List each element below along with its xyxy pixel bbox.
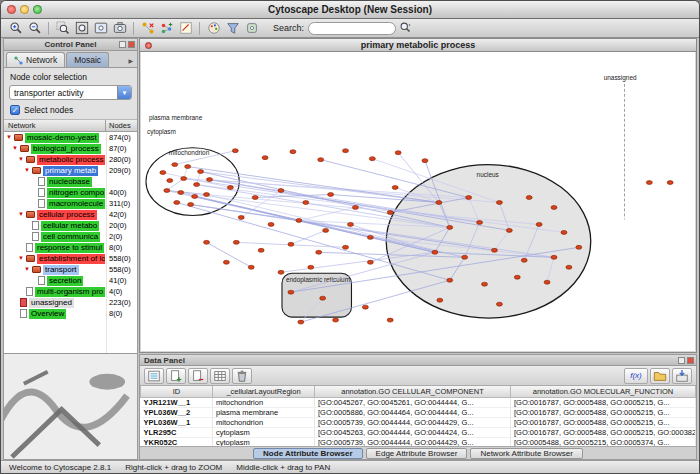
tree-item[interactable]: ▼establishment of lo558(0) — [4, 253, 137, 264]
network-node[interactable] — [185, 165, 191, 169]
network-node[interactable] — [387, 318, 393, 322]
expand-arrow-icon[interactable]: ▼ — [24, 165, 32, 176]
network-node[interactable] — [296, 218, 302, 222]
network-node[interactable] — [268, 222, 274, 226]
tree-column-network[interactable]: Network — [4, 120, 106, 131]
network-node[interactable] — [290, 150, 296, 154]
open-folder-button[interactable] — [650, 368, 670, 384]
network-node[interactable] — [252, 196, 258, 200]
column-header[interactable]: ID — [141, 386, 213, 397]
delete-attribute-button[interactable] — [188, 368, 208, 384]
table-cell[interactable]: YJR121W__1 — [141, 397, 213, 407]
network-node[interactable] — [178, 191, 184, 195]
trash-button[interactable] — [232, 368, 252, 384]
network-node[interactable] — [198, 170, 204, 174]
select-attributes-button[interactable] — [144, 368, 164, 384]
network-node[interactable] — [227, 186, 233, 190]
table-cell[interactable]: YKR052C — [141, 437, 213, 446]
table-row[interactable]: YLR295Ccytoplasm[GO:0045263, GO:0044444,… — [141, 427, 696, 437]
network-node[interactable] — [238, 215, 244, 219]
snapshot-button[interactable] — [110, 20, 129, 37]
network-node[interactable] — [362, 305, 368, 309]
minimize-button[interactable] — [20, 5, 29, 14]
table-row[interactable]: YPL036W__1mitochondrion[GO:0005739, GO:0… — [141, 417, 696, 427]
table-cell[interactable]: plasma membrane — [213, 407, 315, 417]
network-node[interactable] — [514, 275, 520, 279]
expand-arrow-icon[interactable]: ▼ — [12, 143, 20, 154]
network-node[interactable] — [536, 222, 542, 226]
hide-selected-button[interactable] — [138, 20, 157, 37]
frame-close-button[interactable] — [145, 42, 152, 49]
tree-item[interactable]: multi-organism pro4(0) — [4, 286, 137, 297]
network-node[interactable] — [436, 201, 442, 205]
expand-arrow-icon[interactable]: ▼ — [24, 264, 32, 275]
table-cell[interactable]: cytoplasm — [213, 427, 315, 437]
maximize-button[interactable] — [33, 5, 42, 14]
table-cell[interactable]: YPL036W__1 — [141, 417, 213, 427]
table-cell[interactable]: mitochondrion — [213, 417, 315, 427]
network-node[interactable] — [232, 149, 238, 153]
network-node[interactable] — [258, 248, 264, 252]
tab-node-attribute-browser[interactable]: Node Attribute Browser — [253, 448, 363, 459]
network-node[interactable] — [367, 235, 373, 239]
network-node[interactable] — [303, 201, 309, 205]
tab-edge-attribute-browser[interactable]: Edge Attribute Browser — [366, 448, 468, 459]
network-node[interactable] — [278, 189, 284, 193]
network-node[interactable] — [369, 157, 375, 161]
network-node[interactable] — [348, 222, 354, 226]
network-node[interactable] — [318, 158, 324, 162]
network-canvas[interactable]: plasma membrane cytoplasm mitochondrion … — [141, 52, 695, 351]
network-node[interactable] — [496, 302, 502, 306]
tree-item[interactable]: nitrogen compo40(0) — [4, 187, 137, 198]
network-node[interactable] — [367, 260, 373, 264]
network-node[interactable] — [496, 201, 502, 205]
network-node[interactable] — [447, 225, 453, 229]
tree-item[interactable]: cellular metabo20(0) — [4, 220, 137, 231]
zoom-in-button[interactable] — [6, 20, 25, 37]
network-edge[interactable] — [291, 230, 326, 244]
annotation-button[interactable] — [176, 20, 195, 37]
close-panel-icon[interactable] — [128, 41, 135, 48]
tree-item[interactable]: ▼biological_process87(0) — [4, 143, 137, 154]
network-node[interactable] — [333, 318, 339, 322]
network-node[interactable] — [328, 193, 334, 197]
network-node[interactable] — [521, 258, 527, 262]
network-node[interactable] — [561, 230, 567, 234]
tab-scroll-right-icon[interactable]: ▶ — [128, 57, 137, 67]
window-titlebar[interactable]: Cytoscape Desktop (New Session) — [1, 1, 699, 19]
network-node[interactable] — [477, 220, 483, 224]
table-cell[interactable]: YLR295C — [141, 427, 213, 437]
table-cell[interactable]: [GO:0016787, GO:0005488, GO:0005215, GO:… — [511, 427, 696, 437]
network-node[interactable] — [667, 181, 673, 185]
close-panel-icon[interactable] — [687, 357, 694, 364]
network-node[interactable] — [343, 149, 349, 153]
column-header[interactable]: annotation.GO CELLULAR_COMPONENT — [315, 386, 511, 397]
zoom-out-button[interactable] — [25, 20, 44, 37]
tree-column-nodes[interactable]: Nodes — [106, 120, 137, 131]
formula-builder-button[interactable]: f(x) — [624, 368, 648, 384]
network-node[interactable] — [387, 210, 393, 214]
table-cell[interactable]: YPL036W__2 — [141, 407, 213, 417]
float-panel-icon[interactable] — [678, 357, 685, 364]
network-node[interactable] — [466, 196, 472, 200]
network-edge[interactable] — [241, 191, 281, 218]
column-header[interactable]: annotation.GO MOLECULAR_FUNCTION — [511, 386, 696, 397]
network-node[interactable] — [223, 260, 229, 264]
tab-network-attribute-browser[interactable]: Network Attribute Browser — [470, 448, 582, 459]
column-header[interactable]: _cellularLayoutRegion — [213, 386, 315, 397]
table-cell[interactable]: [GO:0005488, GO:0005215, GO:0005374, G..… — [511, 437, 696, 446]
overview-thumbnail[interactable] — [4, 353, 137, 459]
table-cell[interactable]: [GO:0005739, GO:0044444, GO:0044429, G..… — [315, 417, 511, 427]
network-node[interactable] — [308, 265, 314, 269]
expand-arrow-icon[interactable]: ▼ — [6, 132, 14, 143]
network-node[interactable] — [482, 282, 488, 286]
tree-item[interactable]: ▼metabolic process280(0) — [4, 154, 137, 165]
network-node[interactable] — [288, 242, 294, 246]
tree-item[interactable]: response to stimul8(0) — [4, 242, 137, 253]
float-panel-icon[interactable] — [119, 41, 126, 48]
network-node[interactable] — [432, 250, 438, 254]
table-cell[interactable]: [GO:0005739, GO:0044444, GO:0044429, G..… — [315, 437, 511, 446]
network-node[interactable] — [172, 163, 178, 167]
network-node[interactable] — [167, 179, 173, 183]
tree-item[interactable]: ▼mosaic-demo-yeast874(0) — [4, 132, 137, 143]
